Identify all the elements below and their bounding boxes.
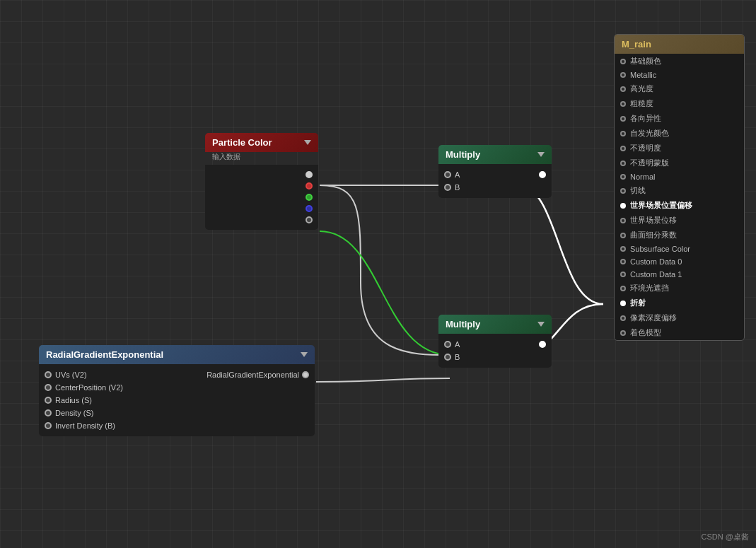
multiply2-pin-a-out[interactable] xyxy=(539,341,546,348)
panel-row-14: Custom Data 0 xyxy=(615,255,744,268)
panel-pin-15[interactable] xyxy=(620,272,626,277)
multiply1-node: Multiply A B xyxy=(438,145,552,198)
panel-label-18: 像素深度偏移 xyxy=(630,313,677,323)
panel-pin-0[interactable] xyxy=(620,59,626,64)
panel-pin-1[interactable] xyxy=(620,72,626,78)
multiply2-row-a: A xyxy=(438,338,552,351)
multiply2-row-b: B xyxy=(438,351,552,363)
pin-row-red xyxy=(205,180,318,192)
multiply2-label-a: A xyxy=(455,340,539,349)
panel-row-10: 世界场景位置偏移 xyxy=(615,198,744,213)
panel-label-5: 自发光颜色 xyxy=(630,128,669,139)
m-rain-title: M_rain xyxy=(622,39,651,49)
panel-row-9: 切线 xyxy=(615,183,744,198)
pin-red[interactable] xyxy=(306,182,313,190)
multiply1-label-a: A xyxy=(455,170,539,179)
panel-row-17: 折射 xyxy=(615,296,744,310)
radial-label-radius: Radius (S) xyxy=(55,396,309,404)
radial-output-label: RadialGradientExponential xyxy=(207,371,299,379)
panel-row-5: 自发光颜色 xyxy=(615,126,744,141)
panel-pin-3[interactable] xyxy=(620,101,626,107)
panel-pin-4[interactable] xyxy=(620,116,626,122)
pin-row-blue xyxy=(205,203,318,214)
pin-white[interactable] xyxy=(306,171,313,178)
pin-row-green xyxy=(205,192,318,203)
panel-pin-16[interactable] xyxy=(620,286,626,291)
panel-label-16: 环境光遮挡 xyxy=(630,283,669,293)
multiply2-body: A B xyxy=(438,334,552,368)
radial-gradient-dropdown-icon[interactable] xyxy=(301,352,308,357)
dropdown-arrow-icon[interactable] xyxy=(304,140,311,145)
radial-pin-uvs[interactable] xyxy=(45,371,52,378)
multiply1-dropdown-icon[interactable] xyxy=(537,152,545,157)
panel-pin-14[interactable] xyxy=(620,259,626,264)
panel-label-12: 曲面细分乘数 xyxy=(630,230,677,240)
multiply2-dropdown-icon[interactable] xyxy=(537,322,545,327)
panel-label-15: Custom Data 1 xyxy=(630,270,682,279)
radial-pin-center[interactable] xyxy=(45,384,52,391)
panel-pin-18[interactable] xyxy=(620,315,626,321)
multiply1-row-a: A xyxy=(438,168,552,181)
panel-pin-2[interactable] xyxy=(620,86,626,92)
multiply2-pin-b-in[interactable] xyxy=(444,354,451,361)
multiply1-pin-a-out[interactable] xyxy=(539,171,546,178)
panel-pin-19[interactable] xyxy=(620,330,626,336)
panel-pin-9[interactable] xyxy=(620,188,626,194)
panel-label-19: 着色模型 xyxy=(630,327,661,338)
multiply2-pin-a-in[interactable] xyxy=(444,341,451,348)
panel-label-1: Metallic xyxy=(630,71,656,79)
radial-gradient-header: RadialGradientExponential xyxy=(39,345,315,364)
multiply1-title: Multiply xyxy=(446,149,480,160)
panel-label-2: 高光度 xyxy=(630,83,653,94)
m-rain-body: 基础颜色 Metallic 高光度 粗糙度 各向异性 自发光颜色 不透明度 不 xyxy=(615,54,744,340)
panel-row-8: Normal xyxy=(615,170,744,183)
pin-blue[interactable] xyxy=(306,205,313,212)
panel-row-16: 环境光遮挡 xyxy=(615,281,744,296)
panel-label-4: 各向异性 xyxy=(630,113,661,124)
pin-row-small xyxy=(205,214,318,226)
multiply1-pin-b-in[interactable] xyxy=(444,184,451,191)
panel-pin-11[interactable] xyxy=(620,218,626,223)
radial-invert-row: Invert Density (B) xyxy=(39,419,315,432)
multiply2-label-b: B xyxy=(455,353,546,361)
panel-pin-5[interactable] xyxy=(620,131,626,136)
multiply1-label-b: B xyxy=(455,183,546,192)
radial-density-row: Density (S) xyxy=(39,407,315,419)
panel-pin-17[interactable] xyxy=(620,301,626,306)
watermark-text: CSDN @桌酱 xyxy=(702,532,749,541)
radial-center-row: CenterPosition (V2) xyxy=(39,381,315,394)
radial-pin-invert[interactable] xyxy=(45,422,52,429)
panel-pin-8[interactable] xyxy=(620,174,626,180)
radial-uvs-row: UVs (V2) RadialGradientExponential xyxy=(39,368,315,381)
particle-color-body xyxy=(205,165,318,230)
multiply1-pin-a-in[interactable] xyxy=(444,171,451,178)
multiply1-row-b: B xyxy=(438,181,552,194)
pin-small[interactable] xyxy=(306,216,313,223)
panel-row-0: 基础颜色 xyxy=(615,54,744,69)
pin-green[interactable] xyxy=(306,194,313,201)
panel-row-6: 不透明度 xyxy=(615,141,744,156)
radial-pin-density[interactable] xyxy=(45,409,52,416)
panel-label-11: 世界场景位移 xyxy=(630,215,677,226)
panel-row-13: Subsurface Color xyxy=(615,243,744,255)
panel-row-3: 粗糙度 xyxy=(615,96,744,111)
radial-radius-row: Radius (S) xyxy=(39,394,315,407)
panel-pin-6[interactable] xyxy=(620,146,626,151)
panel-row-12: 曲面细分乘数 xyxy=(615,228,744,243)
radial-pin-radius[interactable] xyxy=(45,397,52,404)
panel-label-13: Subsurface Color xyxy=(630,245,690,253)
panel-label-14: Custom Data 0 xyxy=(630,257,682,266)
panel-pin-7[interactable] xyxy=(620,161,626,166)
radial-pin-output[interactable] xyxy=(302,371,309,378)
panel-pin-10[interactable] xyxy=(620,203,626,209)
particle-color-subtitle: 输入数据 xyxy=(205,152,318,165)
panel-label-7: 不透明蒙版 xyxy=(630,158,669,168)
panel-row-1: Metallic xyxy=(615,69,744,81)
particle-color-node: Particle Color 输入数据 xyxy=(205,133,318,230)
panel-pin-13[interactable] xyxy=(620,246,626,252)
multiply1-header: Multiply xyxy=(438,145,552,164)
panel-label-8: Normal xyxy=(630,173,655,181)
panel-pin-12[interactable] xyxy=(620,233,626,238)
radial-label-uvs: UVs (V2) xyxy=(55,371,207,379)
panel-row-4: 各向异性 xyxy=(615,111,744,126)
